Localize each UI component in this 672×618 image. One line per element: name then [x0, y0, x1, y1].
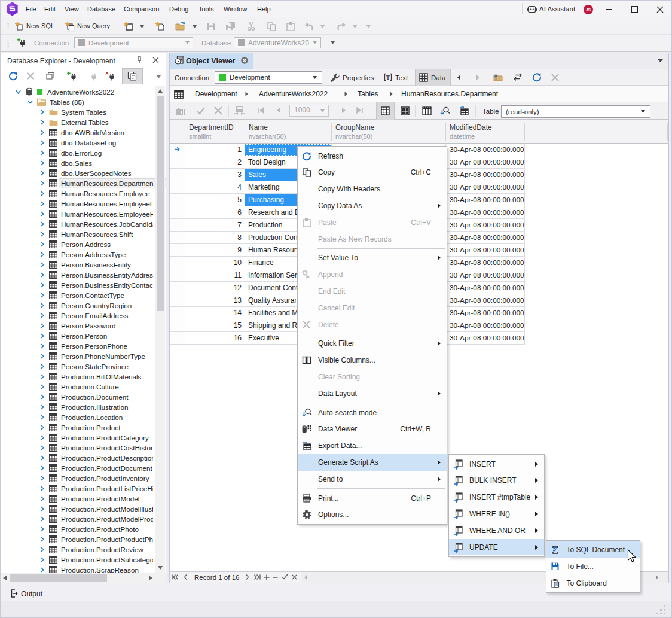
svg-text:T: T [386, 75, 390, 81]
svg-text:JS: JS [586, 8, 591, 12]
